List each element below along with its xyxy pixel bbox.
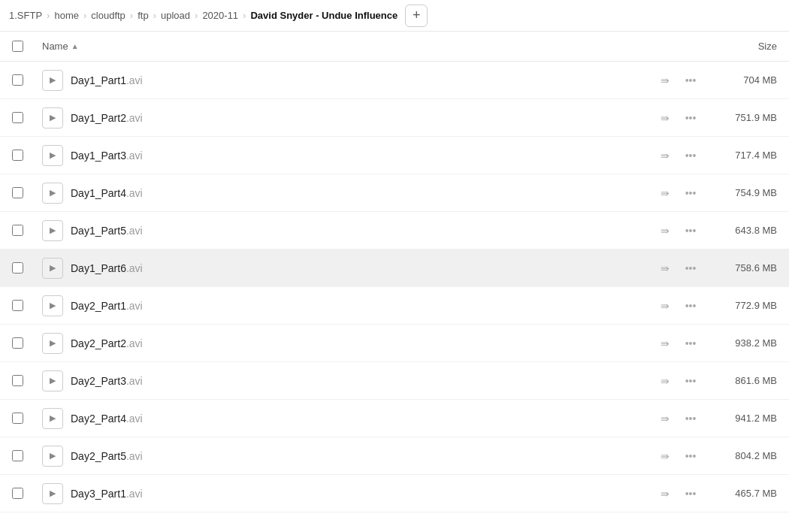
row-checkbox-col-5 <box>12 225 42 236</box>
file-size-7: 772.9 MB <box>702 300 777 311</box>
file-name-5: Day1_Part5.avi <box>71 225 143 237</box>
play-button-2[interactable]: ▶ <box>42 107 63 128</box>
more-button-7[interactable]: ••• <box>679 295 702 316</box>
row-checkbox-3[interactable] <box>12 150 23 161</box>
row-checkbox-10[interactable] <box>12 413 23 424</box>
share-button-6[interactable]: ⇛ <box>654 258 676 279</box>
share-button-11[interactable]: ⇛ <box>654 446 676 467</box>
row-actions-1: ⇛ ••• <box>612 70 702 91</box>
row-checkbox-4[interactable] <box>12 187 23 198</box>
row-actions-5: ⇛ ••• <box>612 220 702 241</box>
more-button-5[interactable]: ••• <box>679 220 702 241</box>
file-name-cell-5: ▶ Day1_Part5.avi <box>42 220 612 241</box>
row-checkbox-col-12 <box>12 488 42 499</box>
table-row[interactable]: ▶ Day1_Part3.avi ⇛ ••• 717.4 MB <box>0 137 789 174</box>
share-button-5[interactable]: ⇛ <box>654 220 676 241</box>
share-icon: ⇛ <box>661 150 670 162</box>
file-size-10: 941.2 MB <box>702 413 777 424</box>
breadcrumb-separator: › <box>195 10 198 21</box>
more-button-8[interactable]: ••• <box>679 333 702 354</box>
table-row[interactable]: ▶ Day2_Part4.avi ⇛ ••• 941.2 MB <box>0 400 789 437</box>
breadcrumb-item-1sftp[interactable]: 1.SFTP <box>9 10 42 21</box>
more-button-3[interactable]: ••• <box>679 145 702 166</box>
row-checkbox-1[interactable] <box>12 74 23 86</box>
row-checkbox-6[interactable] <box>12 262 23 274</box>
more-button-9[interactable]: ••• <box>679 370 702 391</box>
file-name-12: Day3_Part1.avi <box>71 488 143 500</box>
more-icon: ••• <box>685 74 697 86</box>
play-button-1[interactable]: ▶ <box>42 70 63 91</box>
play-button-10[interactable]: ▶ <box>42 408 63 429</box>
share-icon: ⇛ <box>661 375 670 387</box>
breadcrumb-item-cloudftp[interactable]: cloudftp <box>91 10 125 21</box>
row-checkbox-11[interactable] <box>12 450 23 461</box>
more-icon: ••• <box>685 300 697 312</box>
play-button-12[interactable]: ▶ <box>42 483 63 504</box>
play-icon: ▶ <box>50 376 56 385</box>
file-size-6: 758.6 MB <box>702 262 777 274</box>
more-button-11[interactable]: ••• <box>679 446 702 467</box>
table-row[interactable]: ▶ Day3_Part1.avi ⇛ ••• 465.7 MB <box>0 475 789 512</box>
more-button-1[interactable]: ••• <box>679 70 702 91</box>
name-column-header[interactable]: Name ▲ <box>42 41 612 52</box>
play-button-4[interactable]: ▶ <box>42 183 63 204</box>
row-checkbox-9[interactable] <box>12 375 23 386</box>
play-button-8[interactable]: ▶ <box>42 333 63 354</box>
play-icon: ▶ <box>50 113 56 122</box>
more-button-2[interactable]: ••• <box>679 107 702 128</box>
table-row[interactable]: ▶ Day1_Part2.avi ⇛ ••• 751.9 MB <box>0 99 789 137</box>
breadcrumb-item-upload[interactable]: upload <box>161 10 190 21</box>
add-folder-button[interactable]: + <box>405 5 428 27</box>
more-button-4[interactable]: ••• <box>679 183 702 204</box>
more-icon: ••• <box>685 150 697 162</box>
table-row[interactable]: ▶ Day1_Part4.avi ⇛ ••• 754.9 MB <box>0 174 789 212</box>
share-button-2[interactable]: ⇛ <box>654 107 676 128</box>
table-row[interactable]: ▶ Day1_Part5.avi ⇛ ••• 643.8 MB <box>0 212 789 249</box>
share-button-4[interactable]: ⇛ <box>654 183 676 204</box>
share-button-12[interactable]: ⇛ <box>654 483 676 504</box>
row-checkbox-col-3 <box>12 150 42 161</box>
share-button-3[interactable]: ⇛ <box>654 145 676 166</box>
file-name-1: Day1_Part1.avi <box>71 74 143 86</box>
share-button-10[interactable]: ⇛ <box>654 408 676 429</box>
table-row[interactable]: ▶ Day1_Part6.avi ⇛ ••• 758.6 MB <box>0 249 789 287</box>
table-header: Name ▲ Size <box>0 32 789 62</box>
file-size-11: 804.2 MB <box>702 450 777 461</box>
share-button-8[interactable]: ⇛ <box>654 333 676 354</box>
breadcrumb-item-2020-11[interactable]: 2020-11 <box>202 10 238 21</box>
share-button-1[interactable]: ⇛ <box>654 70 676 91</box>
table-row[interactable]: ▶ Day2_Part3.avi ⇛ ••• 861.6 MB <box>0 362 789 400</box>
share-button-7[interactable]: ⇛ <box>654 295 676 316</box>
play-icon: ▶ <box>50 413 56 423</box>
row-checkbox-12[interactable] <box>12 488 23 499</box>
more-button-12[interactable]: ••• <box>679 483 702 504</box>
play-icon: ▶ <box>50 338 56 348</box>
table-row[interactable]: ▶ Day2_Part5.avi ⇛ ••• 804.2 MB <box>0 437 789 475</box>
play-button-5[interactable]: ▶ <box>42 220 63 241</box>
file-name-10: Day2_Part4.avi <box>71 413 143 425</box>
table-row[interactable]: ▶ Day2_Part1.avi ⇛ ••• 772.9 MB <box>0 287 789 325</box>
breadcrumb-item-ftp[interactable]: ftp <box>138 10 148 21</box>
table-row[interactable]: ▶ Day2_Part2.avi ⇛ ••• 938.2 MB <box>0 325 789 362</box>
play-button-3[interactable]: ▶ <box>42 145 63 166</box>
row-checkbox-2[interactable] <box>12 112 23 123</box>
breadcrumb-separator: › <box>47 10 50 21</box>
row-checkbox-8[interactable] <box>12 337 23 349</box>
row-checkbox-5[interactable] <box>12 225 23 236</box>
play-button-7[interactable]: ▶ <box>42 295 63 316</box>
more-button-10[interactable]: ••• <box>679 408 702 429</box>
play-icon: ▶ <box>50 301 56 310</box>
table-row[interactable]: ▶ Day1_Part1.avi ⇛ ••• 704 MB <box>0 62 789 99</box>
share-icon: ⇛ <box>661 225 670 237</box>
play-button-11[interactable]: ▶ <box>42 446 63 467</box>
share-button-9[interactable]: ⇛ <box>654 370 676 391</box>
play-button-6[interactable]: ▶ <box>42 258 63 279</box>
more-icon: ••• <box>685 262 697 274</box>
play-button-9[interactable]: ▶ <box>42 370 63 391</box>
select-all-checkbox[interactable] <box>12 41 23 52</box>
more-button-6[interactable]: ••• <box>679 258 702 279</box>
file-name-9: Day2_Part3.avi <box>71 375 143 387</box>
breadcrumb-item-home[interactable]: home <box>54 10 79 21</box>
row-checkbox-7[interactable] <box>12 300 23 311</box>
play-icon: ▶ <box>50 150 56 160</box>
